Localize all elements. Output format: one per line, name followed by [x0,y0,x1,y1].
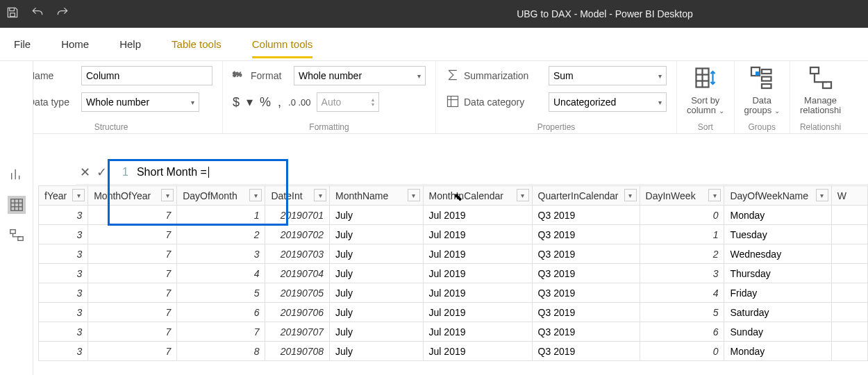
menu-home[interactable]: Home [61,30,89,58]
cell[interactable]: 4 [177,264,265,283]
data-groups-icon[interactable] [749,65,774,96]
cell[interactable]: 3 [39,303,88,322]
cell[interactable]: Jul 2019 [423,303,532,322]
format-select[interactable]: Whole number▾ [294,66,426,85]
data-grid[interactable]: fYear▾MonthOfYear▾DayOfMonth▾DateInt▾Mon… [38,185,868,361]
column-filter-dropdown[interactable]: ▾ [517,189,529,201]
cell[interactable]: Q3 2019 [532,322,640,342]
report-view-button[interactable] [8,165,26,183]
cell[interactable]: Monday [724,342,831,361]
cell[interactable]: 7 [177,322,265,342]
cell[interactable]: 20190708 [265,342,330,361]
table-row[interactable]: 37320190703JulyJul 2019Q3 20192Wednesday [39,244,868,264]
column-header[interactable]: DayInWeek▾ [640,186,724,206]
column-filter-dropdown[interactable]: ▾ [161,189,174,201]
cell[interactable] [831,244,867,264]
cell[interactable]: Q3 2019 [532,283,640,303]
cell[interactable]: Friday [724,283,831,303]
sort-by-column-button[interactable]: Sort bycolumn ⌄ [687,96,724,116]
cell[interactable]: 7 [88,283,177,303]
cell[interactable]: Jul 2019 [423,264,532,283]
column-filter-dropdown[interactable]: ▾ [314,189,326,201]
table-row[interactable]: 37820190708JulyJul 2019Q3 20190Monday [39,342,868,361]
column-filter-dropdown[interactable]: ▾ [624,189,637,201]
relationships-icon[interactable] [808,65,833,96]
cell[interactable]: 0 [640,206,724,225]
cell[interactable]: Jul 2019 [423,322,532,342]
percent-button[interactable]: % [260,95,271,110]
manage-relationships-button[interactable]: Managerelationshi [800,96,841,116]
menu-column-tools[interactable]: Column tools [252,30,313,58]
table-row[interactable]: 37220190702JulyJul 2019Q3 20191Tuesday [39,225,868,244]
cell[interactable]: July [330,225,424,244]
table-row[interactable]: 37420190704JulyJul 2019Q3 20193Thursday [39,264,868,283]
cell[interactable]: 3 [177,244,265,264]
formula-cancel-button[interactable]: ✕ [76,165,93,180]
cell[interactable]: 7 [88,264,177,283]
cell[interactable]: 5 [640,303,724,322]
column-filter-dropdown[interactable]: ▾ [816,189,828,201]
sort-by-column-icon[interactable] [693,65,718,96]
table-row[interactable]: 37620190706JulyJul 2019Q3 20195Saturday [39,303,868,322]
cell[interactable]: 20190702 [265,225,330,244]
datatype-select[interactable]: Whole number▾ [81,92,199,112]
cell[interactable] [831,283,867,303]
formula-text[interactable]: Short Month = [137,166,207,178]
column-filter-dropdown[interactable]: ▾ [708,189,721,201]
cell[interactable]: 3 [39,225,88,244]
cell[interactable]: 8 [177,342,265,361]
cell[interactable]: Q3 2019 [532,264,640,283]
column-header[interactable]: MonthInCalendar▾ [423,186,532,206]
cell[interactable]: Q3 2019 [532,206,640,225]
column-filter-dropdown[interactable]: ▾ [72,189,85,201]
column-filter-dropdown[interactable]: ▾ [249,189,262,201]
cell[interactable]: 3 [39,322,88,342]
cell[interactable]: 3 [39,206,88,225]
cell[interactable]: 3 [39,283,88,303]
cell[interactable]: 7 [88,206,177,225]
cell[interactable]: 2 [640,244,724,264]
cell[interactable]: Q3 2019 [532,303,640,322]
cell[interactable]: Saturday [724,303,831,322]
thousands-button[interactable]: , [278,95,281,110]
cell[interactable] [831,206,867,225]
cell[interactable]: 7 [88,322,177,342]
cell[interactable]: 7 [88,225,177,244]
cell[interactable]: 20190705 [265,283,330,303]
cell[interactable]: 4 [640,283,724,303]
column-header[interactable]: DayOfMonth▾ [177,186,265,206]
column-header[interactable]: MonthName▾ [330,186,424,206]
cell[interactable]: Thursday [724,264,831,283]
currency-chev-icon[interactable]: ▾ [247,94,253,110]
data-groups-button[interactable]: Datagroups ⌄ [744,96,780,116]
cell[interactable]: Q3 2019 [532,342,640,361]
column-filter-dropdown[interactable]: ▾ [408,189,420,201]
column-name-input[interactable] [81,66,212,85]
cell[interactable]: Jul 2019 [423,225,532,244]
cell[interactable] [831,225,867,244]
column-header[interactable]: DateInt▾ [265,186,330,206]
cell[interactable]: July [330,206,424,225]
cell[interactable]: 3 [39,264,88,283]
cell[interactable]: 1 [177,206,265,225]
cell[interactable]: Wednesday [724,244,831,264]
cell[interactable]: 6 [640,322,724,342]
cell[interactable]: 2 [177,225,265,244]
cell[interactable]: July [330,303,424,322]
cell[interactable]: 7 [88,303,177,322]
menu-table-tools[interactable]: Table tools [172,30,222,58]
summarization-select[interactable]: Sum▾ [549,66,667,85]
cell[interactable]: 5 [177,283,265,303]
cell[interactable]: Jul 2019 [423,283,532,303]
cell[interactable]: 20190704 [265,264,330,283]
decimal-button[interactable]: .0 .00 [288,97,311,108]
formula-commit-button[interactable]: ✓ [93,165,110,180]
table-row[interactable]: 37120190701JulyJul 2019Q3 20190Monday [39,206,868,225]
data-view-button[interactable] [8,196,26,214]
cell[interactable]: Tuesday [724,225,831,244]
table-row[interactable]: 37720190707JulyJul 2019Q3 20196Sunday [39,322,868,342]
cell[interactable]: Jul 2019 [423,244,532,264]
cell[interactable]: July [330,283,424,303]
cell[interactable]: 7 [88,342,177,361]
undo-icon[interactable] [31,6,44,22]
